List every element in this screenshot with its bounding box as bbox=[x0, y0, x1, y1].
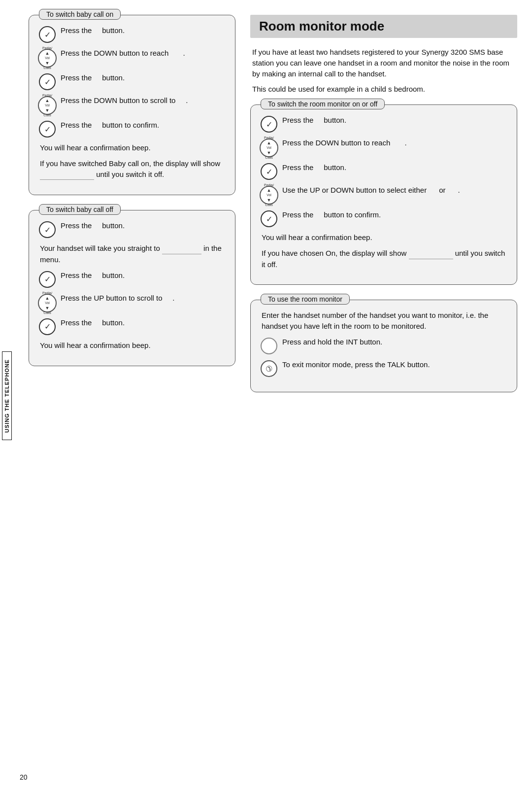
step-row: ✓ Press the button to confirm. bbox=[260, 209, 508, 227]
step-row: ✆ To exit monitor mode, press the TALK b… bbox=[260, 359, 508, 377]
step-text: To exit monitor mode, press the TALK but… bbox=[282, 359, 508, 370]
room-monitor-toggle-title: To switch the room monitor on or off bbox=[261, 99, 385, 109]
ok-icon: ✓ bbox=[38, 120, 57, 138]
navpad-icon: Pedia/ ▲ Vol ▼ Calls bbox=[38, 95, 57, 115]
page-title: Room monitor mode bbox=[250, 15, 517, 38]
note-text: You will hear a confirmation beep. bbox=[38, 340, 226, 351]
note-text: If you have switched Baby call on, the d… bbox=[38, 158, 226, 180]
step-text: Press the button. bbox=[61, 72, 226, 83]
step-text: Press the button to confirm. bbox=[61, 120, 226, 131]
note-text: If you have chosen On, the display will … bbox=[260, 248, 508, 270]
page-number: 20 bbox=[20, 773, 28, 781]
note-text: Your handset will take you straight to i… bbox=[38, 243, 226, 265]
room-monitor-toggle-section: To switch the room monitor on or off ✓ P… bbox=[250, 104, 517, 285]
ok-icon: ✓ bbox=[260, 115, 278, 133]
room-monitor-use-title: To use the room monitor bbox=[261, 294, 350, 305]
step-row: Press and hold the INT button. bbox=[260, 337, 508, 354]
left-column: To switch baby call on ✓ Press the butto… bbox=[29, 15, 235, 771]
step-row: ✓ Press the button. bbox=[38, 317, 226, 335]
navpad-icon: Pedia/ ▲ Vol ▼ Calls bbox=[260, 138, 278, 157]
ok-icon: ✓ bbox=[260, 209, 278, 227]
baby-call-on-title: To switch baby call on bbox=[39, 9, 121, 20]
ok-icon: ✓ bbox=[260, 162, 278, 180]
step-text: Press and hold the INT button. bbox=[282, 337, 508, 347]
step-row: ✓ Press the button. bbox=[38, 72, 226, 90]
sidebar-label: USING THE TELEPHONE bbox=[2, 351, 12, 440]
step-text: Press the DOWN button to reach . bbox=[61, 48, 226, 59]
step-row: Pedia/ ▲ Vol ▼ Calls Press the UP button… bbox=[38, 293, 226, 312]
step-row: Pedia/ ▲ Vol ▼ Calls Press the DOWN butt… bbox=[38, 95, 226, 115]
step-text: Press the button to confirm. bbox=[282, 209, 508, 220]
step-row: Pedia/ ▲ Vol ▼ Calls Press the DOWN butt… bbox=[260, 138, 508, 157]
main-content: To switch baby call on ✓ Press the butto… bbox=[14, 0, 532, 791]
navpad-icon: Pedia/ ▲ Vol ▼ Calls bbox=[38, 293, 57, 312]
baby-call-off-section: To switch baby call off ✓ Press the butt… bbox=[29, 210, 235, 366]
navpad-icon: Pedia/ ▲ Vol ▼ Calls bbox=[260, 185, 278, 205]
intro-text: If you have at least two handsets regist… bbox=[250, 47, 517, 79]
step-text: Press the button. bbox=[282, 115, 508, 126]
ok-icon: ✓ bbox=[38, 220, 57, 238]
step-row: Pedia/ ▲ Vol ▼ Calls Press the DOWN butt… bbox=[38, 48, 226, 68]
step-text: Press the DOWN button to reach . bbox=[282, 138, 508, 148]
step-row: ✓ Press the button. bbox=[38, 270, 226, 288]
intro-text-2: This could be used for example in a chil… bbox=[250, 84, 517, 95]
talk-button-icon: ✆ bbox=[260, 359, 278, 377]
page-container: USING THE TELEPHONE To switch baby call … bbox=[0, 0, 532, 791]
step-text: Press the button. bbox=[282, 162, 508, 173]
note-text: You will hear a confirmation beep. bbox=[38, 142, 226, 153]
ok-icon: ✓ bbox=[38, 270, 57, 288]
int-button-icon bbox=[260, 337, 278, 354]
ok-icon: ✓ bbox=[38, 25, 57, 43]
step-text: Press the button. bbox=[61, 220, 226, 231]
note-text: Enter the handset number of the handset … bbox=[260, 310, 508, 332]
step-text: Press the button. bbox=[61, 317, 226, 328]
step-row: Pedia/ ▲ Vol ▼ Calls Use the UP or DOWN … bbox=[260, 185, 508, 205]
step-text: Press the UP button to scroll to . bbox=[61, 293, 226, 304]
step-text: Press the button. bbox=[61, 270, 226, 281]
step-row: ✓ Press the button to confirm. bbox=[38, 120, 226, 138]
step-text: Press the button. bbox=[61, 25, 226, 36]
step-row: ✓ Press the button. bbox=[260, 162, 508, 180]
step-text: Use the UP or DOWN button to select eith… bbox=[282, 185, 508, 196]
step-row: ✓ Press the button. bbox=[38, 220, 226, 238]
baby-call-off-title: To switch baby call off bbox=[39, 204, 121, 215]
note-text: You will hear a confirmation beep. bbox=[260, 232, 508, 243]
ok-icon: ✓ bbox=[38, 72, 57, 90]
room-monitor-use-section: To use the room monitor Enter the handse… bbox=[250, 300, 517, 392]
step-text: Press the DOWN button to scroll to . bbox=[61, 95, 226, 106]
right-column: Room monitor mode If you have at least t… bbox=[250, 15, 517, 771]
step-row: ✓ Press the button. bbox=[260, 115, 508, 133]
step-row: ✓ Press the button. bbox=[38, 25, 226, 43]
navpad-icon: Pedia/ ▲ Vol ▼ Calls bbox=[38, 48, 57, 68]
ok-icon: ✓ bbox=[38, 317, 57, 335]
baby-call-on-section: To switch baby call on ✓ Press the butto… bbox=[29, 15, 235, 195]
sidebar: USING THE TELEPHONE bbox=[0, 0, 14, 791]
